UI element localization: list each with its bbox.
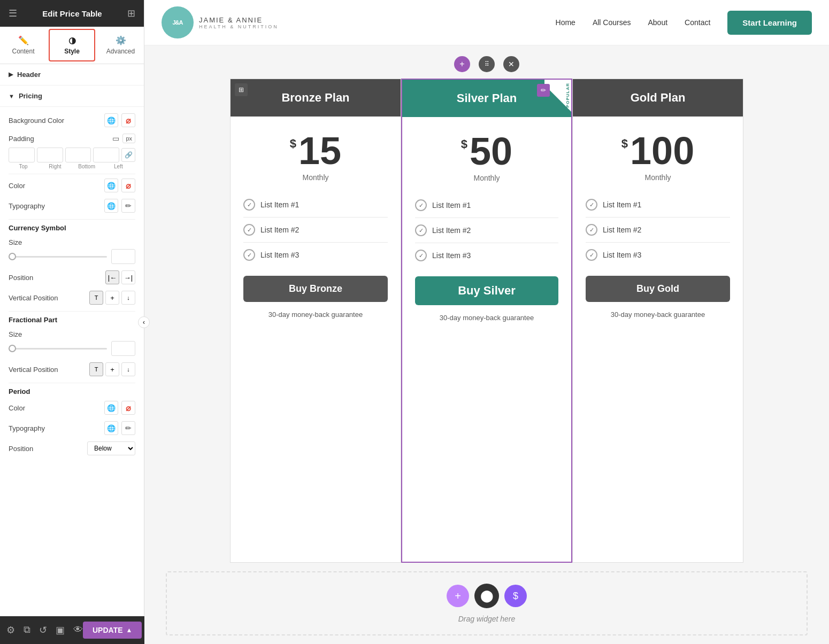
buy-silver-btn[interactable]: Buy Silver — [415, 276, 558, 305]
popular-text: POPULAR — [565, 83, 570, 107]
currency-size-slider-container — [9, 249, 135, 264]
background-color-controls: 🌐 ⌀ — [104, 113, 135, 127]
buy-bronze-btn[interactable]: Buy Bronze — [243, 276, 388, 302]
logo-text: JAMIE & ANNIE — [199, 16, 279, 24]
elementor-icon[interactable]: $ — [504, 585, 527, 607]
check-icon: ✓ — [415, 250, 427, 261]
edit-btn[interactable]: ⊞ — [235, 83, 248, 96]
list-item: ✓ List Item #2 — [415, 218, 558, 243]
currency-size-value[interactable] — [111, 249, 135, 264]
elementor-inner-icon: $ — [513, 591, 518, 602]
vpos-bot-btn[interactable]: ↓ — [121, 291, 135, 305]
add-widget-btn[interactable]: + — [454, 56, 470, 72]
header-section-toggle[interactable]: ▶ Header — [0, 64, 144, 86]
padding-icon: ▭ — [112, 134, 119, 143]
currency-position-row: Position |← →| — [9, 270, 135, 284]
gold-list-items: ✓ List Item #1 ✓ List Item #2 ✓ List Ite… — [573, 192, 743, 267]
period-typo-edit-btn[interactable]: ✏ — [121, 421, 135, 435]
period-typo-globe-btn[interactable]: 🌐 — [104, 421, 118, 435]
tab-advanced[interactable]: ⚙️ Advanced — [97, 27, 144, 64]
currency-position-label: Position — [9, 274, 33, 282]
grid-icon[interactable]: ⊞ — [127, 7, 135, 19]
padding-link-btn[interactable]: 🔗 — [121, 148, 135, 162]
style-icon: ◑ — [68, 35, 76, 45]
settings-icon[interactable]: ⚙ — [6, 624, 15, 636]
widget-icon[interactable]: ⬤ — [474, 584, 499, 608]
color-controls: 🌐 ⌀ — [104, 179, 135, 192]
close-widget-btn[interactable]: ✕ — [503, 56, 519, 72]
collapse-panel-btn[interactable]: ‹ — [138, 316, 150, 328]
frac-vpos-top-btn[interactable]: T — [89, 362, 103, 376]
color-slash-btn[interactable]: ⌀ — [121, 179, 135, 192]
silver-list-items: ✓ List Item #1 ✓ List Item #2 ✓ List Ite… — [402, 193, 571, 268]
nav-contact[interactable]: Contact — [685, 18, 710, 27]
period-position-label: Position — [9, 445, 33, 453]
bg-slash-btn[interactable]: ⌀ — [121, 113, 135, 127]
drag-zone[interactable]: + ⬤ $ Drag widget here — [166, 571, 808, 635]
gold-price-block: $ 100 — [613, 117, 703, 173]
nav-all-courses[interactable]: All Courses — [593, 18, 631, 27]
panel-title: Edit Price Table — [17, 9, 127, 18]
start-learning-button[interactable]: Start Learning — [727, 11, 812, 35]
bronze-card-header: Bronze Plan — [231, 79, 401, 117]
buy-gold-btn[interactable]: Buy Gold — [586, 276, 730, 302]
fractional-vpos-label: Vertical Position — [9, 366, 58, 374]
logo-sub: HEALTH & NUTRITION — [199, 24, 279, 29]
vpos-mid-btn[interactable]: + — [105, 291, 119, 305]
list-item: ✓ List Item #1 — [586, 192, 730, 218]
bronze-guarantee: 30-day money-back guarantee — [260, 311, 371, 329]
silver-price-block: $ 50 — [452, 117, 521, 174]
padding-bottom[interactable] — [65, 148, 91, 162]
pricing-section-toggle[interactable]: ▼ Pricing — [0, 86, 144, 107]
list-item: ✓ List Item #3 — [415, 243, 558, 268]
silver-period: Monthly — [473, 174, 500, 182]
tab-content[interactable]: ✏️ Content — [0, 27, 47, 64]
pencil-icon: ✏️ — [18, 35, 29, 45]
drag-text: Drag widget here — [458, 615, 516, 623]
nav-about[interactable]: About — [648, 18, 667, 27]
silver-price: 50 — [470, 132, 512, 170]
nav-home[interactable]: Home — [556, 18, 575, 27]
featured-edit-btn[interactable]: ✏ — [537, 84, 550, 97]
hamburger-icon[interactable]: ☰ — [9, 7, 17, 19]
color-globe-btn[interactable]: 🌐 — [104, 179, 118, 192]
typo-globe-btn[interactable]: 🌐 — [104, 199, 118, 213]
top-label: Top — [9, 164, 38, 169]
update-button[interactable]: UPDATE ▲ — [83, 622, 142, 639]
add-section-btn[interactable]: + — [447, 585, 469, 607]
padding-unit-badge[interactable]: px — [122, 134, 135, 143]
padding-left[interactable] — [93, 148, 119, 162]
period-position-select[interactable]: Below Above Right — [87, 441, 135, 455]
fractional-size-value[interactable] — [111, 341, 135, 356]
fractional-vpos-btns: T + ↓ — [89, 362, 135, 376]
typo-edit-btn[interactable]: ✏ — [121, 199, 135, 213]
widget-inner-icon: ⬤ — [480, 589, 494, 603]
bottom-label: Bottom — [72, 164, 102, 169]
background-color-row: Background Color 🌐 ⌀ — [9, 113, 135, 127]
eye-icon[interactable]: 👁 — [73, 624, 83, 636]
left-label: Left — [104, 164, 133, 169]
frac-vpos-bot-btn[interactable]: ↓ — [121, 362, 135, 376]
move-widget-btn[interactable]: ⠿ — [479, 56, 495, 72]
currency-symbol-title: Currency Symbol — [9, 224, 135, 232]
padding-top[interactable] — [9, 148, 35, 162]
panel-body: ▶ Header ▼ Pricing Background Color 🌐 ⌀ … — [0, 64, 144, 644]
period-color-slash-btn[interactable]: ⌀ — [121, 401, 135, 415]
history-icon[interactable]: ↺ — [39, 624, 47, 636]
period-position-row: Position Below Above Right — [9, 441, 135, 455]
padding-right[interactable] — [37, 148, 63, 162]
bg-globe-btn[interactable]: 🌐 — [104, 113, 118, 127]
gold-card: Gold Plan $ 100 Monthly ✓ List Item #1 ✓… — [572, 79, 743, 563]
period-color-globe-btn[interactable]: 🌐 — [104, 401, 118, 415]
fractional-size-slider[interactable] — [9, 348, 107, 350]
tab-style[interactable]: ◑ Style — [49, 29, 95, 61]
pos-left-btn[interactable]: |← — [105, 270, 119, 284]
layers-icon[interactable]: ⧉ — [24, 624, 30, 636]
panel-header: ☰ Edit Price Table ⊞ — [0, 0, 144, 27]
currency-size-slider[interactable] — [9, 256, 107, 258]
responsive-icon[interactable]: ▣ — [56, 624, 65, 636]
vpos-top-btn[interactable]: T — [89, 291, 103, 305]
frac-vpos-mid-btn[interactable]: + — [105, 362, 119, 376]
pos-right-btn[interactable]: →| — [121, 270, 135, 284]
check-icon: ✓ — [243, 249, 255, 261]
